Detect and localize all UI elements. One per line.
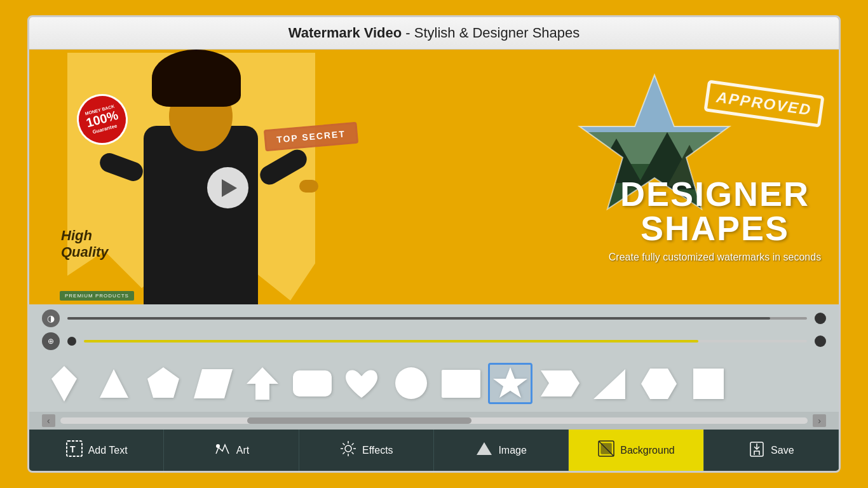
timeline-track-1[interactable] (67, 317, 807, 320)
svg-rect-20 (693, 369, 724, 399)
designer-title-line2: SHAPES (604, 211, 826, 245)
shape-diamond[interactable] (42, 363, 86, 404)
svg-text:T: T (70, 444, 76, 454)
svg-marker-10 (147, 367, 179, 398)
title-bar: Watermark Video - Stylish & Designer Sha… (29, 17, 839, 50)
play-button[interactable] (207, 167, 248, 208)
timeline-progress-2 (84, 340, 698, 342)
timeline-end-dot-1 (815, 313, 826, 324)
shape-circle[interactable] (389, 363, 433, 404)
image-button[interactable]: Image (434, 430, 569, 471)
scroll-track[interactable] (60, 417, 808, 424)
svg-marker-11 (194, 369, 233, 398)
background-label: Background (620, 445, 674, 456)
shape-hexagon[interactable] (637, 363, 681, 404)
svg-marker-8 (51, 366, 77, 402)
image-label: Image (498, 445, 526, 456)
shape-triangle2[interactable] (587, 363, 632, 404)
designer-text-area: DESIGNER SHAPES Create fully customized … (604, 177, 826, 264)
svg-rect-13 (293, 370, 332, 396)
high-quality-line1: High (61, 227, 92, 243)
premium-label: PREMIUM PRODUCTS (65, 293, 129, 299)
shape-heart[interactable] (339, 363, 384, 404)
svg-point-24 (345, 445, 351, 452)
add-text-icon: T (65, 440, 83, 461)
shape-rectangle[interactable] (438, 363, 483, 404)
video-area: MONEY BACK 100% Guarantee TOP SECRET Hig… (29, 50, 839, 304)
effects-button[interactable]: Effects (299, 430, 434, 471)
image-icon (475, 440, 493, 461)
approved-label: APPROVED (715, 88, 813, 119)
svg-line-32 (343, 452, 345, 454)
svg-line-29 (343, 443, 345, 445)
art-button[interactable]: Art (164, 430, 299, 471)
timeline-track-2[interactable] (84, 340, 807, 342)
svg-marker-19 (641, 369, 677, 399)
shape-arrow-up[interactable] (240, 363, 285, 404)
add-text-button[interactable]: T Add Text (29, 430, 164, 471)
svg-line-30 (352, 452, 354, 454)
svg-marker-33 (477, 442, 492, 455)
app-container: Watermark Video - Stylish & Designer Sha… (27, 15, 841, 473)
shape-rounded-rect[interactable] (290, 363, 334, 404)
top-secret-label: TOP SECRET (276, 128, 346, 144)
art-label: Art (236, 445, 249, 456)
brightness-icon: ◑ (42, 309, 60, 327)
svg-marker-16 (493, 367, 527, 398)
designer-title-line1: DESIGNER (604, 177, 826, 211)
title-rest: - Stylish & Designer Shapes (402, 25, 580, 41)
scroll-left-button[interactable]: ‹ (42, 414, 55, 427)
svg-point-14 (395, 367, 427, 399)
background-button[interactable]: Background (569, 430, 703, 471)
svg-marker-18 (593, 369, 625, 399)
timeline-end-dot-2 (815, 336, 826, 347)
designer-subtitle: Create fully customized watermarks in se… (604, 250, 826, 264)
timeline-row-1: ◑ (42, 309, 826, 327)
svg-marker-9 (100, 369, 128, 398)
shape-triangle[interactable] (92, 363, 136, 404)
shapes-scrollbar: ‹ › (29, 412, 839, 430)
save-label: Save (771, 445, 794, 456)
shape-pentagon[interactable] (141, 363, 186, 404)
svg-marker-12 (247, 367, 278, 400)
bottom-panel: ◑ ⊕ (29, 304, 839, 471)
shape-star[interactable] (488, 363, 532, 404)
svg-marker-17 (541, 370, 580, 396)
shapes-row (29, 355, 839, 412)
shape-parallelogram[interactable] (191, 363, 235, 404)
title-bold: Watermark Video (288, 25, 402, 41)
scroll-right-button[interactable]: › (813, 414, 826, 427)
art-icon (214, 440, 231, 461)
timeline-area: ◑ ⊕ (29, 304, 839, 355)
grid-icon: ⊕ (42, 332, 60, 350)
play-icon (222, 179, 237, 197)
high-quality-line2: Quality (61, 244, 109, 260)
timeline-start-dot-2 (67, 337, 76, 346)
svg-point-23 (216, 444, 220, 448)
scroll-thumb (247, 417, 471, 424)
shape-chevron[interactable] (538, 363, 582, 404)
background-icon (597, 440, 615, 461)
save-icon (748, 440, 766, 461)
timeline-row-2: ⊕ (42, 332, 826, 350)
effects-icon (339, 440, 357, 461)
add-text-label: Add Text (88, 445, 128, 456)
effects-label: Effects (362, 445, 393, 456)
timeline-progress-1 (67, 317, 770, 320)
svg-line-31 (352, 443, 354, 445)
svg-rect-15 (442, 370, 480, 398)
shape-square[interactable] (686, 363, 731, 404)
high-quality-text: High Quality (61, 227, 109, 261)
premium-badge: PREMIUM PRODUCTS (60, 291, 134, 301)
bottom-toolbar: T Add Text Art (29, 430, 839, 471)
save-button[interactable]: Save (704, 430, 839, 471)
